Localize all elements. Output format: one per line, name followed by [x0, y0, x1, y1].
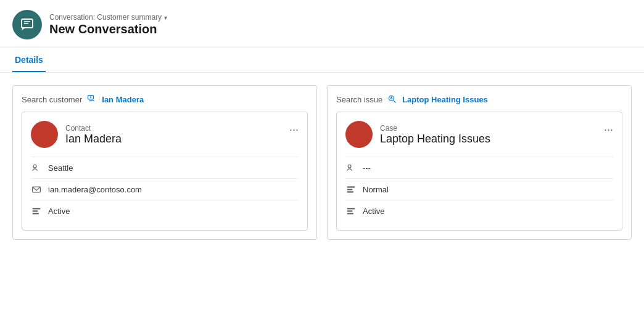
customer-card-header-text: Contact Ian Madera: [65, 124, 289, 146]
customer-panel: Search customer Ian Madera Contact Ian M…: [12, 85, 317, 240]
customer-avatar: [31, 121, 58, 148]
customer-location-value: Seattle: [48, 163, 73, 173]
tabs-bar: Details: [0, 47, 644, 73]
location-icon: [31, 162, 42, 173]
svg-rect-15: [347, 191, 353, 192]
priority-icon: [345, 184, 357, 195]
customer-status-value: Active: [48, 207, 70, 216]
issue-card-header-text: Case Laptop Heating Issues: [380, 124, 604, 146]
customer-card-menu[interactable]: ...: [289, 121, 299, 134]
page-title: New Conversation: [49, 22, 167, 36]
header-subtitle: Conversation: Customer summary ▾: [49, 13, 167, 22]
issue-search-value[interactable]: Laptop Heating Issues: [402, 95, 488, 104]
customer-card-name: Ian Madera: [65, 133, 289, 146]
svg-rect-13: [347, 186, 355, 187]
svg-rect-16: [347, 208, 355, 209]
issue-search-bar: Search issue Laptop Heating Issues: [336, 94, 622, 104]
tab-details[interactable]: Details: [12, 47, 46, 72]
issue-card-name: Laptop Heating Issues: [380, 133, 604, 146]
svg-rect-18: [347, 213, 353, 214]
customer-card-type: Contact: [65, 124, 289, 133]
email-icon: [31, 184, 42, 195]
customer-location-field: Seattle: [31, 157, 299, 178]
chevron-down-icon[interactable]: ▾: [164, 14, 167, 21]
svg-rect-8: [33, 210, 38, 211]
issue-id-icon: [345, 162, 357, 173]
customer-card-header: Contact Ian Madera ...: [31, 121, 299, 148]
svg-point-4: [90, 96, 91, 97]
customer-search-value[interactable]: Ian Madera: [102, 95, 144, 104]
conversation-icon: [20, 17, 35, 32]
issue-card: Case Laptop Heating Issues ... ---: [336, 112, 622, 231]
header-text-block: Conversation: Customer summary ▾ New Con…: [49, 13, 167, 36]
app-icon: [12, 10, 42, 39]
customer-email-field: ian.madera@contoso.com: [31, 178, 299, 200]
svg-point-12: [348, 165, 351, 168]
svg-rect-7: [33, 208, 41, 209]
issue-status-value: Active: [363, 207, 384, 216]
issue-id-field: ---: [345, 157, 613, 178]
svg-point-11: [390, 97, 392, 98]
svg-rect-17: [347, 210, 353, 211]
issue-search-icon: [387, 94, 397, 104]
issue-status-icon: [345, 205, 357, 216]
issue-card-header: Case Laptop Heating Issues ...: [345, 121, 613, 148]
customer-card: Contact Ian Madera ... Seattle: [22, 112, 308, 231]
issue-status-field: Active: [345, 200, 613, 221]
status-icon: [31, 205, 42, 216]
main-content: Search customer Ian Madera Contact Ian M…: [0, 73, 644, 252]
customer-search-icon: [87, 94, 97, 104]
issue-card-type: Case: [380, 124, 604, 133]
svg-rect-9: [33, 213, 39, 214]
issue-avatar: [345, 121, 373, 148]
svg-rect-14: [347, 189, 353, 190]
page-header: Conversation: Customer summary ▾ New Con…: [0, 0, 644, 47]
svg-point-5: [33, 165, 36, 168]
customer-search-label: Search customer: [22, 95, 82, 104]
issue-priority-value: Normal: [363, 185, 389, 194]
issue-card-menu[interactable]: ...: [604, 121, 613, 134]
issue-id-value: ---: [363, 163, 371, 173]
issue-panel: Search issue Laptop Heating Issues Case …: [327, 85, 632, 240]
subtitle-text: Conversation: Customer summary: [49, 13, 162, 22]
customer-status-field: Active: [31, 200, 299, 221]
customer-email-value: ian.madera@contoso.com: [48, 185, 142, 194]
issue-search-label: Search issue: [336, 95, 382, 104]
customer-search-bar: Search customer Ian Madera: [22, 94, 308, 104]
issue-priority-field: Normal: [345, 178, 613, 200]
